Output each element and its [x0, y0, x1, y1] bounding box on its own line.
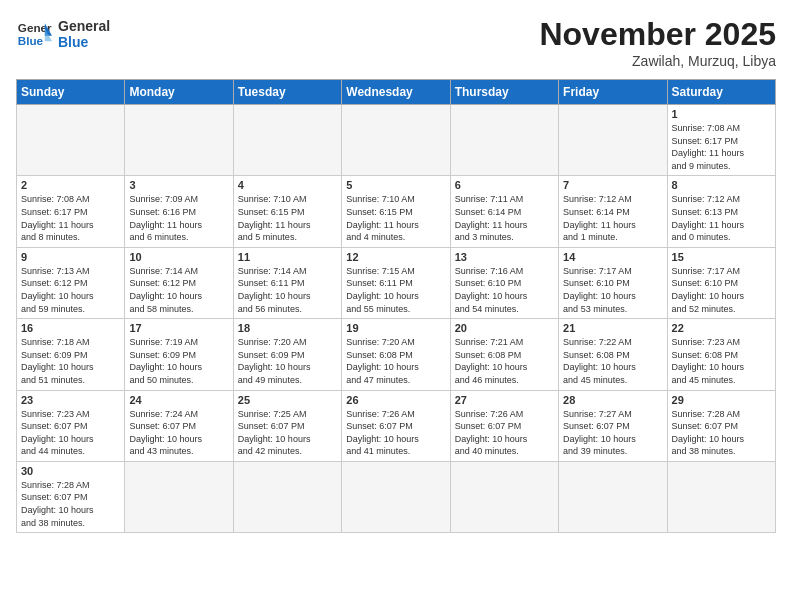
day-number: 22 [672, 322, 771, 334]
day-number: 13 [455, 251, 554, 263]
day-cell [450, 461, 558, 532]
day-info: Sunrise: 7:18 AM Sunset: 6:09 PM Dayligh… [21, 336, 120, 386]
day-number: 17 [129, 322, 228, 334]
day-number: 3 [129, 179, 228, 191]
day-cell [450, 105, 558, 176]
week-row-6: 30Sunrise: 7:28 AM Sunset: 6:07 PM Dayli… [17, 461, 776, 532]
day-info: Sunrise: 7:19 AM Sunset: 6:09 PM Dayligh… [129, 336, 228, 386]
day-cell: 27Sunrise: 7:26 AM Sunset: 6:07 PM Dayli… [450, 390, 558, 461]
day-cell [559, 461, 667, 532]
day-info: Sunrise: 7:21 AM Sunset: 6:08 PM Dayligh… [455, 336, 554, 386]
day-number: 25 [238, 394, 337, 406]
day-number: 8 [672, 179, 771, 191]
weekday-header-friday: Friday [559, 80, 667, 105]
location: Zawilah, Murzuq, Libya [539, 53, 776, 69]
title-block: November 2025 Zawilah, Murzuq, Libya [539, 16, 776, 69]
weekday-header-thursday: Thursday [450, 80, 558, 105]
day-cell: 25Sunrise: 7:25 AM Sunset: 6:07 PM Dayli… [233, 390, 341, 461]
logo-general: General [58, 18, 110, 34]
day-cell: 15Sunrise: 7:17 AM Sunset: 6:10 PM Dayli… [667, 247, 775, 318]
day-cell: 4Sunrise: 7:10 AM Sunset: 6:15 PM Daylig… [233, 176, 341, 247]
day-cell [667, 461, 775, 532]
day-number: 18 [238, 322, 337, 334]
day-cell: 1Sunrise: 7:08 AM Sunset: 6:17 PM Daylig… [667, 105, 775, 176]
day-cell: 20Sunrise: 7:21 AM Sunset: 6:08 PM Dayli… [450, 319, 558, 390]
day-number: 20 [455, 322, 554, 334]
day-number: 10 [129, 251, 228, 263]
day-number: 7 [563, 179, 662, 191]
day-cell [233, 461, 341, 532]
day-cell [342, 105, 450, 176]
day-number: 24 [129, 394, 228, 406]
day-info: Sunrise: 7:12 AM Sunset: 6:14 PM Dayligh… [563, 193, 662, 243]
day-cell: 11Sunrise: 7:14 AM Sunset: 6:11 PM Dayli… [233, 247, 341, 318]
day-cell: 12Sunrise: 7:15 AM Sunset: 6:11 PM Dayli… [342, 247, 450, 318]
day-info: Sunrise: 7:24 AM Sunset: 6:07 PM Dayligh… [129, 408, 228, 458]
day-cell: 3Sunrise: 7:09 AM Sunset: 6:16 PM Daylig… [125, 176, 233, 247]
day-number: 5 [346, 179, 445, 191]
week-row-2: 2Sunrise: 7:08 AM Sunset: 6:17 PM Daylig… [17, 176, 776, 247]
day-info: Sunrise: 7:14 AM Sunset: 6:11 PM Dayligh… [238, 265, 337, 315]
day-cell: 23Sunrise: 7:23 AM Sunset: 6:07 PM Dayli… [17, 390, 125, 461]
day-number: 26 [346, 394, 445, 406]
day-number: 28 [563, 394, 662, 406]
week-row-5: 23Sunrise: 7:23 AM Sunset: 6:07 PM Dayli… [17, 390, 776, 461]
day-info: Sunrise: 7:10 AM Sunset: 6:15 PM Dayligh… [346, 193, 445, 243]
day-number: 11 [238, 251, 337, 263]
day-cell: 21Sunrise: 7:22 AM Sunset: 6:08 PM Dayli… [559, 319, 667, 390]
day-info: Sunrise: 7:17 AM Sunset: 6:10 PM Dayligh… [563, 265, 662, 315]
month-title: November 2025 [539, 16, 776, 53]
day-cell: 28Sunrise: 7:27 AM Sunset: 6:07 PM Dayli… [559, 390, 667, 461]
day-info: Sunrise: 7:23 AM Sunset: 6:08 PM Dayligh… [672, 336, 771, 386]
day-cell: 9Sunrise: 7:13 AM Sunset: 6:12 PM Daylig… [17, 247, 125, 318]
day-info: Sunrise: 7:08 AM Sunset: 6:17 PM Dayligh… [21, 193, 120, 243]
weekday-header-sunday: Sunday [17, 80, 125, 105]
page: General Blue General Blue November 2025 … [0, 0, 792, 612]
day-cell: 6Sunrise: 7:11 AM Sunset: 6:14 PM Daylig… [450, 176, 558, 247]
day-number: 23 [21, 394, 120, 406]
day-info: Sunrise: 7:25 AM Sunset: 6:07 PM Dayligh… [238, 408, 337, 458]
header: General Blue General Blue November 2025 … [16, 16, 776, 69]
day-info: Sunrise: 7:09 AM Sunset: 6:16 PM Dayligh… [129, 193, 228, 243]
day-info: Sunrise: 7:15 AM Sunset: 6:11 PM Dayligh… [346, 265, 445, 315]
day-cell: 10Sunrise: 7:14 AM Sunset: 6:12 PM Dayli… [125, 247, 233, 318]
weekday-header-monday: Monday [125, 80, 233, 105]
day-number: 2 [21, 179, 120, 191]
day-cell: 19Sunrise: 7:20 AM Sunset: 6:08 PM Dayli… [342, 319, 450, 390]
day-number: 30 [21, 465, 120, 477]
day-cell: 14Sunrise: 7:17 AM Sunset: 6:10 PM Dayli… [559, 247, 667, 318]
day-info: Sunrise: 7:28 AM Sunset: 6:07 PM Dayligh… [672, 408, 771, 458]
calendar-table: SundayMondayTuesdayWednesdayThursdayFrid… [16, 79, 776, 533]
week-row-1: 1Sunrise: 7:08 AM Sunset: 6:17 PM Daylig… [17, 105, 776, 176]
day-cell: 18Sunrise: 7:20 AM Sunset: 6:09 PM Dayli… [233, 319, 341, 390]
day-info: Sunrise: 7:10 AM Sunset: 6:15 PM Dayligh… [238, 193, 337, 243]
day-info: Sunrise: 7:08 AM Sunset: 6:17 PM Dayligh… [672, 122, 771, 172]
day-number: 21 [563, 322, 662, 334]
logo-blue: Blue [58, 34, 110, 50]
day-cell [342, 461, 450, 532]
day-number: 19 [346, 322, 445, 334]
day-number: 14 [563, 251, 662, 263]
day-number: 15 [672, 251, 771, 263]
day-number: 12 [346, 251, 445, 263]
day-cell: 22Sunrise: 7:23 AM Sunset: 6:08 PM Dayli… [667, 319, 775, 390]
day-cell: 16Sunrise: 7:18 AM Sunset: 6:09 PM Dayli… [17, 319, 125, 390]
day-number: 1 [672, 108, 771, 120]
day-cell [125, 105, 233, 176]
day-number: 27 [455, 394, 554, 406]
day-cell: 30Sunrise: 7:28 AM Sunset: 6:07 PM Dayli… [17, 461, 125, 532]
day-info: Sunrise: 7:26 AM Sunset: 6:07 PM Dayligh… [455, 408, 554, 458]
day-cell: 5Sunrise: 7:10 AM Sunset: 6:15 PM Daylig… [342, 176, 450, 247]
day-info: Sunrise: 7:11 AM Sunset: 6:14 PM Dayligh… [455, 193, 554, 243]
weekday-header-wednesday: Wednesday [342, 80, 450, 105]
day-cell: 24Sunrise: 7:24 AM Sunset: 6:07 PM Dayli… [125, 390, 233, 461]
weekday-header-row: SundayMondayTuesdayWednesdayThursdayFrid… [17, 80, 776, 105]
weekday-header-tuesday: Tuesday [233, 80, 341, 105]
day-info: Sunrise: 7:20 AM Sunset: 6:08 PM Dayligh… [346, 336, 445, 386]
day-cell [17, 105, 125, 176]
day-number: 16 [21, 322, 120, 334]
day-number: 6 [455, 179, 554, 191]
logo-icon: General Blue [16, 16, 52, 52]
day-info: Sunrise: 7:23 AM Sunset: 6:07 PM Dayligh… [21, 408, 120, 458]
day-info: Sunrise: 7:27 AM Sunset: 6:07 PM Dayligh… [563, 408, 662, 458]
